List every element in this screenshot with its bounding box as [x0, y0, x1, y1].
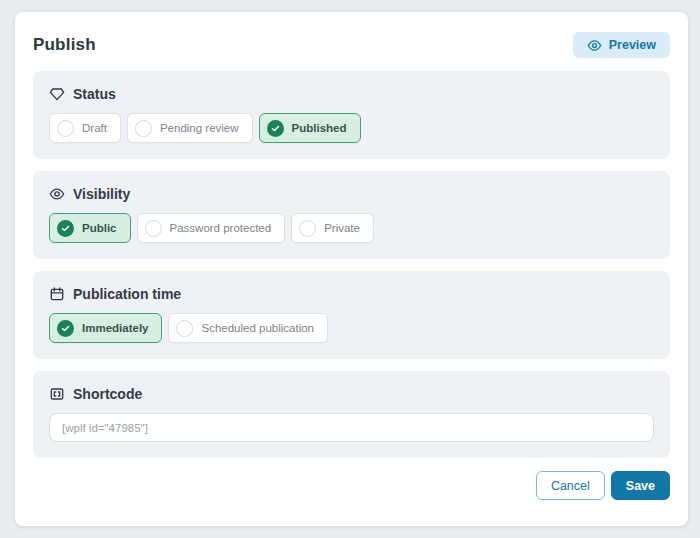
status-options: Draft Pending review Published: [49, 113, 654, 143]
radio-checked-icon: [57, 320, 74, 337]
section-publication-time: Publication time Immediately Scheduled p…: [33, 271, 670, 359]
radio-pill-scheduled-publication[interactable]: Scheduled publication: [168, 313, 328, 343]
publish-panel: Publish Preview Status Draft: [15, 12, 688, 526]
page-title: Publish: [33, 35, 96, 55]
shortcode-icon: [49, 386, 65, 402]
radio-label: Published: [292, 122, 347, 134]
section-shortcode: Shortcode: [33, 371, 670, 458]
radio-pill-public[interactable]: Public: [49, 213, 131, 243]
radio-circle: [57, 120, 74, 137]
radio-label: Password protected: [170, 222, 272, 234]
section-visibility-heading: Visibility: [49, 186, 654, 202]
radio-pill-password-protected[interactable]: Password protected: [137, 213, 286, 243]
cancel-button[interactable]: Cancel: [536, 471, 605, 500]
radio-checked-icon: [57, 220, 74, 237]
calendar-icon: [49, 286, 65, 302]
section-shortcode-title: Shortcode: [73, 386, 142, 402]
radio-label: Private: [324, 222, 360, 234]
radio-circle: [145, 220, 162, 237]
radio-pill-published[interactable]: Published: [259, 113, 361, 143]
radio-checked-icon: [267, 120, 284, 137]
section-shortcode-heading: Shortcode: [49, 386, 654, 402]
radio-pill-draft[interactable]: Draft: [49, 113, 121, 143]
radio-label: Immediately: [82, 322, 148, 334]
radio-pill-immediately[interactable]: Immediately: [49, 313, 162, 343]
radio-circle: [135, 120, 152, 137]
footer-actions: Cancel Save: [33, 471, 670, 500]
radio-circle: [299, 220, 316, 237]
eye-icon: [49, 186, 65, 202]
section-visibility: Visibility Public Password protected Pri…: [33, 171, 670, 259]
preview-button[interactable]: Preview: [573, 32, 670, 58]
radio-label: Public: [82, 222, 117, 234]
radio-label: Draft: [82, 122, 107, 134]
section-status-title: Status: [73, 86, 116, 102]
section-publication-time-title: Publication time: [73, 286, 181, 302]
eye-icon: [587, 38, 602, 53]
section-publication-time-heading: Publication time: [49, 286, 654, 302]
radio-label: Pending review: [160, 122, 239, 134]
section-visibility-title: Visibility: [73, 186, 130, 202]
save-button[interactable]: Save: [611, 471, 670, 500]
shortcode-input[interactable]: [49, 413, 654, 442]
visibility-options: Public Password protected Private: [49, 213, 654, 243]
radio-pill-pending-review[interactable]: Pending review: [127, 113, 253, 143]
radio-label: Scheduled publication: [201, 322, 314, 334]
preview-button-label: Preview: [609, 38, 656, 52]
publication-time-options: Immediately Scheduled publication: [49, 313, 654, 343]
section-status: Status Draft Pending review Published: [33, 71, 670, 159]
radio-circle: [176, 320, 193, 337]
section-status-heading: Status: [49, 86, 654, 102]
radio-pill-private[interactable]: Private: [291, 213, 374, 243]
header: Publish Preview: [33, 32, 670, 58]
tag-icon: [49, 86, 65, 102]
